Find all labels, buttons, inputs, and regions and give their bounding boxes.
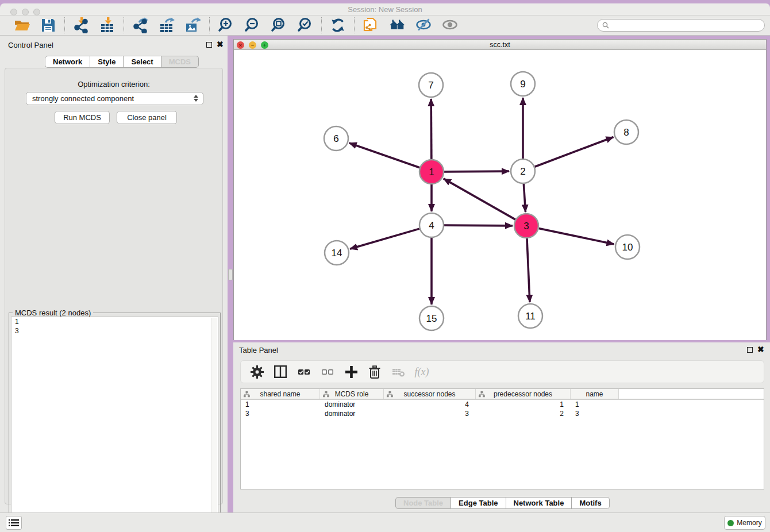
window-title: Session: New Session [0, 5, 770, 14]
optimization-criterion-label: Optimization criterion: [5, 80, 222, 88]
column-header-shared-name[interactable]: shared name [241, 389, 320, 399]
node-label-10: 10 [622, 242, 633, 253]
tab-edge-table[interactable]: Edge Table [451, 497, 506, 509]
cell-name[interactable]: 1 [571, 400, 619, 409]
edge-1-to-2[interactable] [444, 171, 509, 172]
cell-shared-name[interactable]: 3 [241, 409, 320, 418]
float-panel-icon[interactable] [747, 347, 753, 353]
node-label-15: 15 [426, 313, 437, 324]
node-label-3: 3 [523, 221, 529, 232]
table-import-icon[interactable] [99, 17, 116, 34]
network-window-titlebar[interactable]: × − + scc.txt [234, 40, 766, 50]
cell-successor-nodes[interactable]: 3 [384, 409, 476, 418]
folder-open-icon[interactable] [13, 17, 30, 34]
magnifier-plus-icon[interactable] [217, 17, 234, 34]
memory-label: Memory [737, 519, 761, 527]
tab-style[interactable]: Style [90, 56, 124, 68]
eye-icon[interactable] [441, 17, 459, 34]
tab-node-table[interactable]: Node Table [395, 497, 451, 509]
edge-1-to-7[interactable] [431, 99, 432, 159]
mcds-result-item: 1 [11, 317, 218, 326]
hierarchy-icon [323, 391, 329, 399]
node-label-2: 2 [520, 166, 525, 177]
close-panel-icon[interactable]: ✖ [217, 40, 224, 49]
close-panel-button[interactable]: Close panel [117, 111, 177, 124]
table-row[interactable]: 3dominator323 [241, 409, 764, 418]
memory-button[interactable]: Memory [724, 516, 765, 530]
column-header-predecessor-nodes[interactable]: predecessor nodes [476, 389, 571, 399]
node-label-9: 9 [520, 79, 525, 90]
cell-name[interactable]: 3 [571, 409, 619, 418]
tab-mcds[interactable]: MCDS [161, 56, 199, 68]
list-icon [9, 519, 19, 527]
chevron-updown-icon [194, 95, 198, 102]
app-titlebar: Session: New Session [0, 3, 770, 16]
table-header-row: shared nameMCDS rolesuccessor nodesprede… [241, 389, 764, 400]
edge-3-to-1[interactable] [444, 179, 515, 219]
task-history-button[interactable] [6, 516, 22, 530]
node-label-6: 6 [333, 133, 338, 144]
cell-MCDS-role[interactable]: dominator [320, 409, 384, 418]
cell-successor-nodes[interactable]: 4 [384, 400, 476, 409]
edge-3-to-10[interactable] [539, 229, 614, 245]
trash-icon[interactable] [368, 365, 382, 379]
columns-icon[interactable] [274, 365, 287, 379]
fx-icon: f(x) [415, 365, 429, 379]
search-icon [602, 22, 609, 29]
node-label-7: 7 [428, 80, 433, 91]
search-input[interactable] [597, 19, 765, 32]
magnifier-check-icon[interactable] [297, 17, 314, 34]
network-import-icon[interactable] [72, 17, 90, 34]
node-label-8: 8 [623, 127, 629, 138]
optimization-criterion-select[interactable]: strongly connected component [26, 92, 203, 105]
plus-icon[interactable] [344, 365, 358, 379]
close-panel-icon[interactable]: ✖ [757, 345, 764, 354]
edge-1-to-6[interactable] [349, 143, 420, 168]
panel-divider-grip[interactable] [228, 269, 233, 280]
cell-predecessor-nodes[interactable]: 1 [476, 400, 571, 409]
cell-shared-name[interactable]: 1 [241, 400, 320, 409]
edge-2-to-3[interactable] [523, 184, 525, 212]
cell-MCDS-role[interactable]: dominator [320, 400, 384, 409]
float-panel-icon[interactable] [206, 42, 212, 48]
tab-select[interactable]: Select [124, 56, 161, 68]
column-header-MCDS-role[interactable]: MCDS role [320, 389, 384, 399]
magnifier-minus-icon[interactable] [244, 17, 261, 34]
houses-icon[interactable] [388, 17, 406, 34]
run-mcds-button[interactable]: Run MCDS [55, 111, 110, 124]
column-header-label: MCDS role [335, 390, 369, 398]
column-header-successor-nodes[interactable]: successor nodes [384, 389, 476, 399]
cell-predecessor-nodes[interactable]: 2 [476, 409, 571, 418]
column-header-name[interactable]: name [571, 389, 619, 399]
application-window: Session: New Session Control Panel ✖ Net… [0, 0, 770, 532]
mcds-result-list[interactable]: 13 [11, 317, 218, 527]
table-export-icon[interactable] [158, 17, 175, 34]
image-export-icon[interactable] [184, 17, 202, 34]
table-row[interactable]: 1dominator411 [241, 400, 764, 409]
edge-2-to-8[interactable] [535, 137, 614, 167]
edge-3-to-11[interactable] [527, 238, 530, 302]
node-label-14: 14 [332, 248, 342, 259]
edge-4-to-3[interactable] [444, 225, 513, 226]
checkboxes-empty-icon[interactable] [321, 365, 334, 379]
network-canvas[interactable]: 7968124314101511 [234, 51, 766, 340]
refresh-arrows-icon[interactable] [329, 17, 346, 34]
table-toolbar: f(x) [240, 360, 764, 383]
hierarchy-icon [244, 391, 250, 399]
gear-icon[interactable] [250, 365, 264, 379]
checkboxes-checked-icon[interactable] [297, 365, 311, 379]
mcds-result-group: MCDS result (2 nodes) 13 [9, 313, 221, 530]
copy-pages-icon[interactable] [362, 17, 379, 34]
column-header-label: successor nodes [403, 390, 455, 398]
edge-4-to-14[interactable] [350, 229, 419, 249]
magnifier-fit-icon[interactable] [270, 17, 287, 34]
toolbar-group [6, 17, 64, 34]
column-header-label: predecessor nodes [494, 390, 552, 398]
network-export-icon[interactable] [132, 17, 149, 34]
floppy-save-icon[interactable] [40, 17, 57, 34]
tab-motifs[interactable]: Motifs [572, 497, 609, 509]
tab-network[interactable]: Network [45, 56, 90, 68]
scrollbar-track[interactable] [211, 318, 217, 526]
eye-slash-icon[interactable] [415, 17, 432, 34]
tab-network-table[interactable]: Network Table [506, 497, 572, 509]
